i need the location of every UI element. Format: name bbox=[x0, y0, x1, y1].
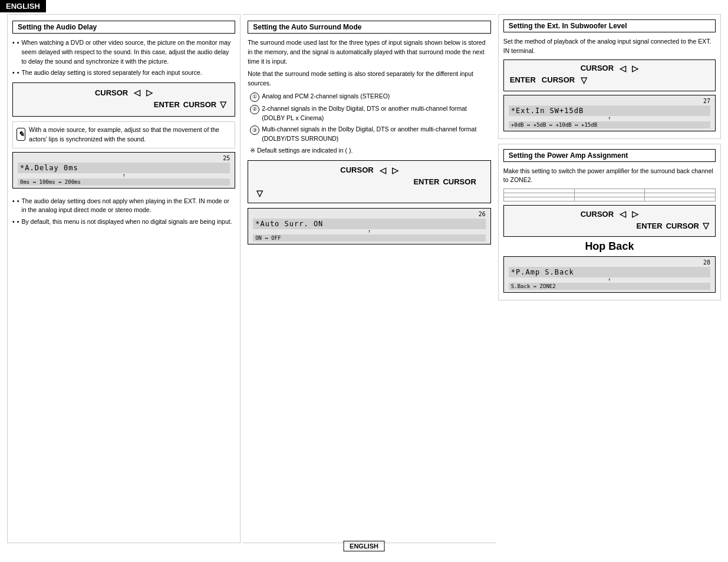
cursor-label-1: CURSOR bbox=[95, 88, 128, 97]
power-amp-title: Setting the Power Amp Assignment bbox=[503, 149, 716, 162]
lcd-num-4: 28 bbox=[509, 259, 710, 266]
lcd-scale-1: 0ms ↔ 100ms ↔ 200ms bbox=[18, 178, 230, 186]
audio-delay-note2: • By default, this menu is not displayed… bbox=[12, 217, 235, 227]
arrow-down-icon-4 bbox=[703, 221, 709, 230]
enter-label-4: ENTER bbox=[637, 222, 663, 230]
enter-label-3: ENTER bbox=[510, 75, 536, 84]
ext-subwoofer-title: Setting the Ext. In Subwoofer Level bbox=[503, 19, 716, 32]
power-amp-lcd: 28 *P.Amp S.Back ↑ S.Back ↔ ZONE2 bbox=[503, 256, 716, 293]
audio-delay-bullet1: • When watching a DVD or other video sou… bbox=[12, 38, 235, 66]
lcd-line-4: *P.Amp S.Back bbox=[509, 267, 710, 277]
auto-surround-intro: The surround mode used last for the thre… bbox=[248, 38, 491, 66]
right-column: Setting the Ext. In Subwoofer Level Set … bbox=[498, 14, 721, 543]
lcd-line-2: *Auto Surr. ON bbox=[253, 219, 486, 229]
arrow-left-icon-1 bbox=[134, 88, 140, 97]
lcd-num-1: 25 bbox=[18, 155, 230, 161]
arrow-right-icon-3 bbox=[632, 64, 638, 73]
arrow-right-icon-1 bbox=[146, 88, 153, 97]
lcd-line-3: *Ext.In SW+15dB bbox=[509, 105, 710, 116]
lcd-scale-4: S.Back ↔ ZONE2 bbox=[509, 283, 710, 290]
cursor-label-3b: CURSOR bbox=[542, 75, 575, 84]
audio-delay-cursor-diagram: CURSOR ENTER CURSOR bbox=[12, 82, 235, 117]
lcd-arrow-2: ↑ bbox=[253, 229, 486, 234]
lcd-arrow-4: ↑ bbox=[509, 277, 710, 282]
arrow-left-icon-4 bbox=[620, 209, 626, 219]
audio-delay-bullet2: • The audio delay setting is stored sepa… bbox=[12, 68, 235, 78]
arrow-right-icon-4 bbox=[632, 209, 638, 219]
table-row bbox=[503, 189, 715, 193]
arrow-down-icon-2 bbox=[256, 189, 263, 198]
cursor-label-4b: CURSOR bbox=[666, 222, 699, 230]
audio-delay-section: Setting the Audio Delay • When watching … bbox=[7, 14, 241, 543]
ext-subwoofer-section: Setting the Ext. In Subwoofer Level Set … bbox=[498, 14, 721, 139]
audio-delay-title: Setting the Audio Delay bbox=[12, 21, 235, 34]
surround-item-2: ② 2-channel signals in the Dolby Digital… bbox=[250, 104, 491, 123]
note-icon: ✎ bbox=[17, 128, 25, 141]
lcd-arrow-3: ↑ bbox=[509, 116, 710, 121]
lcd-num-2: 26 bbox=[253, 211, 486, 217]
movie-note-box: ✎ With a movie source, for example, adju… bbox=[12, 121, 235, 148]
auto-surround-cursor-diagram: CURSOR ENTER CURSOR bbox=[248, 160, 491, 203]
cursor-label-2: CURSOR bbox=[340, 166, 373, 174]
power-amp-section: Setting the Power Amp Assignment Make th… bbox=[498, 144, 721, 301]
arrow-down-icon-1 bbox=[220, 100, 226, 109]
power-amp-intro: Make this setting to switch the power am… bbox=[503, 167, 716, 186]
ext-subwoofer-lcd: 27 *Ext.In SW+15dB ↑ +0dB ↔ +5dB ↔ +10dB… bbox=[503, 95, 716, 131]
lcd-scale-2: ON ↔ OFF bbox=[253, 234, 486, 242]
english-header-label: ENGLISH bbox=[0, 0, 46, 12]
movie-note-text: With a movie source, for example, adjust… bbox=[29, 125, 231, 144]
ext-subwoofer-intro: Set the method of playback of the analog… bbox=[503, 37, 716, 56]
lcd-line-1: *A.Delay 0ms bbox=[18, 163, 230, 173]
arrow-left-icon-2 bbox=[380, 166, 386, 175]
enter-label-2: ENTER bbox=[413, 177, 439, 186]
table-row bbox=[503, 197, 715, 201]
surround-item-3: ③ Multi-channel signals in the Dolby Dig… bbox=[250, 125, 491, 144]
audio-delay-note1: • The audio delay setting does not apply… bbox=[12, 197, 235, 216]
power-amp-table bbox=[503, 189, 716, 201]
cursor-label-2b: CURSOR bbox=[443, 177, 476, 186]
auto-surround-title: Setting the Auto Surround Mode bbox=[248, 21, 491, 34]
power-amp-cursor-diagram: CURSOR ENTER CURSOR bbox=[503, 205, 716, 237]
arrow-left-icon-3 bbox=[620, 64, 626, 73]
lcd-num-3: 27 bbox=[509, 98, 710, 104]
arrow-right-icon-2 bbox=[392, 166, 398, 175]
ext-subwoofer-cursor-diagram: CURSOR ENTER CURSOR bbox=[503, 59, 716, 91]
arrow-down-icon-3 bbox=[581, 75, 587, 85]
cursor-label-1b: CURSOR bbox=[183, 100, 216, 109]
hop-back-label: Hop Back bbox=[503, 240, 716, 253]
auto-surround-lcd: 26 *Auto Surr. ON ↑ ON ↔ OFF bbox=[248, 208, 491, 244]
auto-surround-list: ① Analog and PCM 2-channel signals (STER… bbox=[250, 92, 491, 156]
english-footer-label: ENGLISH bbox=[343, 541, 385, 551]
auto-surround-note: Note that the surround mode setting is a… bbox=[248, 70, 491, 88]
cursor-label-3: CURSOR bbox=[581, 64, 614, 72]
lcd-scale-3: +0dB ↔ +5dB ↔ +10dB ↔ +15dB bbox=[509, 121, 710, 128]
surround-default-note: ※ Default settings are indicated in ( ). bbox=[250, 146, 491, 156]
cursor-label-4: CURSOR bbox=[581, 210, 614, 219]
surround-item-1: ① Analog and PCM 2-channel signals (STER… bbox=[250, 92, 491, 102]
audio-delay-lcd: 25 *A.Delay 0ms ↑ 0ms ↔ 100ms ↔ 200ms bbox=[12, 152, 235, 189]
auto-surround-section: Setting the Auto Surround Mode The surro… bbox=[243, 14, 496, 543]
enter-label-1: ENTER bbox=[154, 100, 180, 109]
table-row bbox=[503, 193, 715, 197]
lcd-arrow-1: ↑ bbox=[18, 173, 230, 178]
